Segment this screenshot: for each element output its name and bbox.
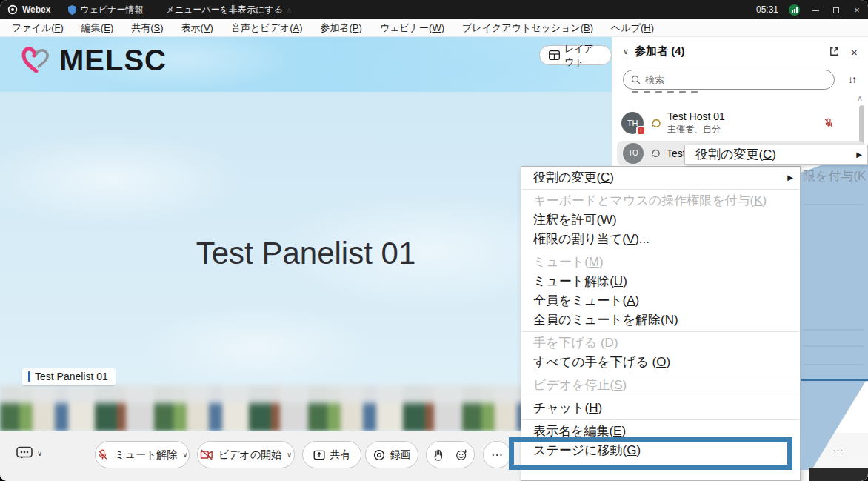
unmute-button[interactable]: ミュート解除 ∨	[95, 441, 190, 468]
webinar-info-button[interactable]: ウェビナー情報	[68, 4, 143, 16]
menu-item-unmute-all[interactable]: 全員のミュートを解除(N)	[521, 311, 800, 330]
avatar: TH +	[621, 112, 644, 134]
menu-file[interactable]: ファイル(F)	[3, 19, 73, 37]
participant-role: 主催者、自分	[667, 123, 725, 136]
chevron-up-icon: ∧	[287, 6, 292, 14]
webex-window: Webex ウェビナー情報 メニューバーを非表示にする ∧ 05:31 × ファ…	[0, 0, 868, 481]
menubar: ファイル(F) 編集(E) 共有(S) 表示(V) 音声とビデオ(A) 参加者(…	[0, 19, 868, 37]
sort-icon[interactable]: ↓↑	[848, 73, 855, 85]
menu-item-assign-privileges[interactable]: 権限の割り当て(V)...	[521, 230, 800, 249]
raise-hand-icon[interactable]	[433, 448, 444, 462]
webex-logo-icon	[7, 4, 18, 15]
menu-separator	[522, 419, 799, 420]
menu-help[interactable]: ヘルプ(H)	[602, 19, 663, 37]
chevron-down-icon: ∨	[287, 451, 292, 459]
menu-text-fragment: 限を付与(K)	[803, 167, 867, 185]
menu-separator	[522, 189, 799, 190]
titlebar: Webex ウェビナー情報 メニューバーを非表示にする ∧ 05:31 ×	[0, 0, 868, 19]
search-input[interactable]	[645, 74, 827, 85]
menu-separator	[522, 331, 799, 332]
captions-button[interactable]: ∨	[16, 446, 42, 460]
mic-off-icon	[96, 448, 109, 461]
share-button[interactable]: 共有	[302, 441, 361, 468]
meeting-timer: 05:31	[756, 4, 778, 15]
layout-icon	[549, 50, 560, 60]
app-title: Webex	[22, 4, 50, 15]
dark-corner	[809, 468, 868, 481]
menu-audio-video[interactable]: 音声とビデオ(A)	[222, 19, 312, 37]
chevron-down-icon: ∨	[182, 451, 187, 459]
name-tag-bar	[28, 371, 30, 382]
connection-quality-icon[interactable]	[789, 4, 800, 16]
participant-context-menu: 役割の変更(C) ▶ キーボードとマウスの操作権限を付与(K) 注釈を許可(W)…	[521, 166, 801, 481]
menu-item-change-role[interactable]: 役割の変更(C) ▶	[521, 168, 800, 188]
brand-name: MELSC	[59, 44, 167, 77]
video-name-tag: Test Panelist 01	[22, 368, 116, 385]
captions-icon	[16, 446, 33, 460]
menu-share[interactable]: 共有(S)	[122, 19, 172, 37]
submenu-arrow-icon: ▶	[856, 145, 862, 164]
menu-item-mute: ミュート(M)	[521, 253, 800, 272]
mic-off-icon	[823, 117, 835, 129]
search-icon	[631, 75, 641, 84]
sync-icon	[651, 148, 661, 158]
collapse-panel-icon[interactable]: ∨	[623, 47, 629, 56]
maximize-button[interactable]	[831, 4, 841, 16]
participant-name: Test	[667, 147, 686, 159]
participant-name: Test Host 01	[667, 110, 725, 122]
avatar: TO	[623, 143, 644, 164]
more-icon: ⋯	[491, 448, 503, 462]
share-screen-icon	[313, 449, 325, 461]
highlight-box-move-to-stage	[509, 437, 792, 470]
menu-view[interactable]: 表示(V)	[173, 19, 222, 37]
menu-webinar[interactable]: ウェビナー(W)	[371, 19, 453, 37]
menu-item-grant-keyboard-mouse: キーボードとマウスの操作権限を付与(K)	[521, 191, 800, 210]
floating-menu-item-change-role[interactable]: 役割の変更(C) ▶	[684, 145, 868, 165]
menu-item-mute-all[interactable]: 全員をミュート(A)	[521, 291, 800, 311]
menu-item-chat[interactable]: チャット(H)	[521, 399, 800, 418]
host-badge-icon: +	[636, 126, 646, 136]
submenu-arrow-icon: ▶	[787, 168, 793, 188]
menu-participants[interactable]: 参加者(P)	[312, 19, 371, 37]
participants-title: 参加者 (4)	[635, 44, 685, 59]
record-icon	[373, 449, 385, 461]
hide-menubar-button[interactable]: メニューバーを非表示にする ∧	[166, 4, 293, 16]
close-button[interactable]: ×	[852, 4, 862, 16]
shield-icon	[68, 5, 76, 15]
menu-separator	[522, 397, 799, 397]
reaction-smiley-icon[interactable]	[455, 448, 468, 461]
melsc-heart-logo-icon	[19, 44, 53, 77]
participant-search[interactable]	[623, 70, 835, 90]
menu-item-unmute[interactable]: ミュート解除(U)	[521, 272, 800, 291]
close-panel-icon[interactable]: ×	[851, 46, 858, 59]
more-options-button[interactable]: ⋯	[483, 441, 511, 468]
chevron-down-icon: ∨	[37, 449, 42, 457]
clipped-section-header	[632, 91, 698, 96]
layout-button[interactable]: レイアウト	[539, 45, 612, 65]
participant-row-host[interactable]: TH + Test Host 01 主催者、自分	[617, 107, 864, 139]
menu-edit[interactable]: 編集(E)	[73, 19, 122, 37]
menu-item-lower-all-hands[interactable]: すべての手を下げる (O)	[521, 353, 800, 372]
reactions-group	[426, 441, 475, 468]
divider	[450, 448, 450, 462]
panel-more-icon[interactable]: …	[832, 441, 845, 454]
camera-off-icon	[200, 449, 213, 460]
menu-item-stop-video: ビデオを停止(S)	[521, 376, 800, 395]
menu-breakout[interactable]: ブレイクアウトセッション(B)	[453, 19, 602, 37]
scrollbar-up-icon[interactable]: ∧	[857, 93, 863, 103]
start-video-button[interactable]: ビデオの開始 ∨	[197, 441, 295, 468]
menu-separator	[522, 374, 799, 374]
sync-icon	[651, 118, 661, 128]
menu-separator	[522, 251, 799, 251]
record-button[interactable]: 録画	[365, 441, 418, 468]
menu-item-lower-hand: 手を下げる (D)	[521, 334, 800, 353]
popout-panel-icon[interactable]	[829, 46, 840, 57]
minimize-button[interactable]	[810, 4, 821, 16]
menu-item-allow-annotation[interactable]: 注釈を許可(W)	[521, 210, 800, 230]
